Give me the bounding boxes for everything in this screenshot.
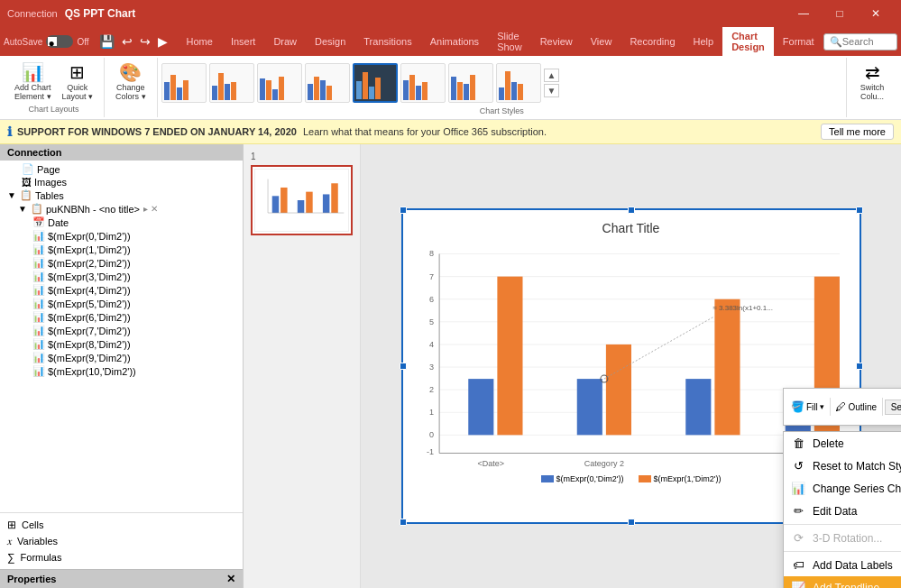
chart-styles-label: Chart Styles [161,106,842,115]
mini-tb-outline-btn[interactable]: 🖊 Outline [832,399,880,415]
chart-style-6[interactable] [400,63,446,103]
present-icon[interactable]: ▶ [155,34,170,49]
chart-style-3[interactable] [257,63,302,103]
tab-help[interactable]: Help [685,27,723,56]
sidebar-item-table-node[interactable]: ▼ 📋 puKNBNh - <no title> ▸ ✕ [0,202,243,216]
chart-styles-row: ▲ ▼ [161,60,842,106]
sidebar-item-page[interactable]: 📄 Page [0,162,243,176]
resize-handle-bottom[interactable] [628,519,635,526]
minimize-btn[interactable]: — [786,0,822,27]
sidebar-item-dim10[interactable]: 📊 $(mExpr(10,'Dim2')) [0,364,243,378]
ctx-change-type[interactable]: 📊 Change Series Chart Type... [784,477,901,500]
sidebar-item-dim7[interactable]: 📊 $(mExpr(7,'Dim2')) [0,324,243,337]
tab-recording[interactable]: Recording [621,27,684,56]
svg-text:1: 1 [429,408,434,417]
sidebar-item-dim9[interactable]: 📊 $(mExpr(9,'Dim2')) [0,351,243,364]
dim10-icon: 📊 [32,365,45,377]
quick-layout-btn[interactable]: ⊞ QuickLayout ▾ [59,60,97,103]
ctx-trendline-label: Add Trendline... [813,582,888,589]
ctx-delete[interactable]: 🗑 Delete [784,432,901,455]
slide-thumb-container[interactable] [251,165,353,235]
switch-column-btn[interactable]: ⇄ SwitchColu... [854,60,890,103]
save-icon[interactable]: 💾 [97,34,117,49]
resize-handle-tr[interactable] [856,207,863,214]
chart-style-4[interactable] [305,63,350,103]
slide-preview-svg [255,170,348,231]
resize-handle-top[interactable] [628,207,635,214]
tab-chartdesign[interactable]: Chart Design [722,27,774,56]
sidebar-item-date[interactable]: 📅 Date [0,216,243,229]
redo-icon[interactable]: ↪ [137,34,153,49]
tab-animations[interactable]: Animations [421,27,488,56]
tab-transitions[interactable]: Transitions [354,27,420,56]
tab-insert[interactable]: Insert [222,27,265,56]
mini-tb-fill-btn[interactable]: 🪣 Fill ▾ [787,399,828,415]
tab-home[interactable]: Home [178,27,222,56]
rotation-icon: ⟳ [791,531,805,545]
add-chart-element-btn[interactable]: 📊 Add ChartElement ▾ [11,60,55,103]
slide-number: 1 [251,152,353,161]
sidebar-item-tables[interactable]: ▼ 📋 Tables [0,188,243,202]
tab-draw[interactable]: Draw [264,27,306,56]
svg-rect-35 [714,299,740,436]
main-layout: Connection 📄 Page 🖼 Images ▼ 📋 Tables [0,144,901,588]
ctx-reset[interactable]: ↺ Reset to Match Style [784,455,901,477]
chart-style-1[interactable] [161,63,207,103]
search-box: 🔍 [823,33,897,51]
chart-styles-group: ▲ ▼ Chart Styles [158,58,847,117]
sidebar-item-variables[interactable]: 𝑥 Variables [0,533,243,549]
close-btn[interactable]: ✕ [858,0,894,27]
ctx-add-trendline[interactable]: 📈 Add Trendline... [784,576,901,588]
formulas-icon: ∑ [7,551,15,564]
tables-label: Tables [35,190,64,201]
sidebar-item-dim8[interactable]: 📊 $(mExpr(8,'Dim2')) [0,337,243,351]
change-colors-btn[interactable]: 🎨 ChangeColors ▾ [112,60,150,103]
images-icon: 🖼 [22,177,32,188]
autosave-toggle[interactable]: ● [46,35,73,48]
data-labels-icon: 🏷 [791,558,805,572]
resize-handle-left[interactable] [400,363,407,370]
resize-handle-bl[interactable] [400,519,407,526]
styles-scroll-down[interactable]: ▼ [544,84,560,97]
svg-text:8: 8 [429,249,434,258]
sidebar-item-dim0[interactable]: 📊 $(mExpr(0,'Dim2')) [0,229,243,243]
resize-handle-right[interactable] [856,363,863,370]
styles-scroll-up[interactable]: ▲ [544,69,560,82]
sidebar-item-dim5[interactable]: 📊 $(mExpr(5,'Dim2')) [0,297,243,310]
sidebar-item-cells[interactable]: ⊞ Cells [0,517,243,533]
dim4-label: $(mExpr(4,'Dim2')) [48,285,131,296]
dim0-label: $(mExpr(0,'Dim2')) [48,231,131,242]
svg-text:7: 7 [429,272,434,281]
ctx-edit-data[interactable]: ✏ Edit Data ▶ [784,500,901,522]
sidebar-item-dim4[interactable]: 📊 $(mExpr(4,'Dim2')) [0,283,243,297]
chart-style-8[interactable] [496,63,541,103]
chart-style-5-selected[interactable] [353,63,398,103]
tell-me-more-btn[interactable]: Tell me more [821,124,894,140]
undo-icon[interactable]: ↩ [119,34,135,49]
series-select[interactable]: Series "$(mExp ▾ [885,400,901,415]
chart-style-7[interactable] [448,63,493,103]
autosave-label: AutoSave [4,37,42,47]
tab-review[interactable]: Review [531,27,582,56]
sidebar-item-dim3[interactable]: 📊 $(mExpr(3,'Dim2')) [0,270,243,283]
tab-design[interactable]: Design [306,27,354,56]
sidebar-item-dim6[interactable]: 📊 $(mExpr(6,'Dim2')) [0,310,243,324]
sidebar-item-images[interactable]: 🖼 Images [0,176,243,188]
table-node-expand-icon[interactable]: ▼ [18,204,29,214]
info-bar: ℹ SUPPORT FOR WINDOWS 7 ENDED ON JANUARY… [0,120,901,144]
sidebar-item-formulas[interactable]: ∑ Formulas [0,549,243,565]
tab-format[interactable]: Format [774,27,823,56]
chart-style-2[interactable] [209,63,254,103]
sidebar-item-dim2[interactable]: 📊 $(mExpr(2,'Dim2')) [0,256,243,270]
resize-handle-tl[interactable] [400,207,407,214]
sidebar-item-dim1[interactable]: 📊 $(mExpr(1,'Dim2')) [0,243,243,256]
cells-icon: ⊞ [7,519,16,531]
ctx-add-data-labels[interactable]: 🏷 Add Data Labels ▶ [784,554,901,576]
tables-expand-icon[interactable]: ▼ [7,190,18,200]
properties-close-btn[interactable]: ✕ [226,573,235,585]
tab-view[interactable]: View [582,27,621,56]
dim5-label: $(mExpr(5,'Dim2')) [48,299,131,309]
search-input[interactable] [842,36,891,47]
maximize-btn[interactable]: □ [822,0,858,27]
tab-slideshow[interactable]: Slide Show [488,27,531,56]
